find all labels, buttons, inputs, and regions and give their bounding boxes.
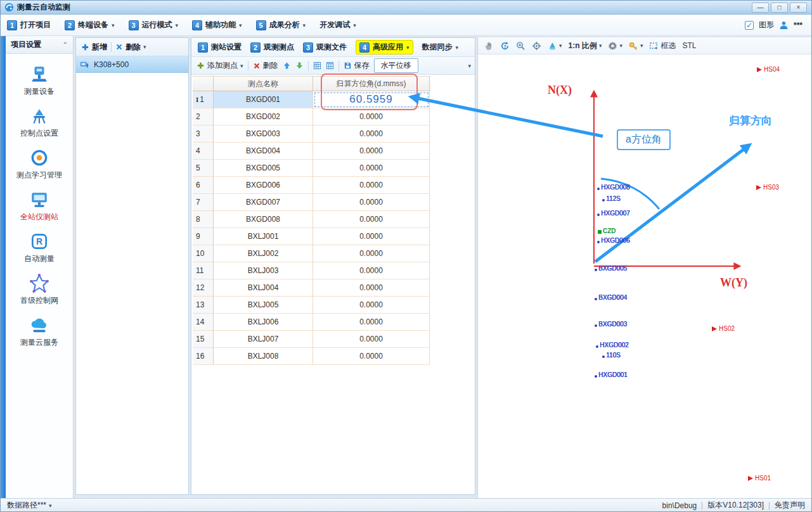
azimuth-value-cell[interactable]: 0.0000 <box>313 125 430 143</box>
close-button[interactable]: × <box>790 3 807 13</box>
table-row[interactable]: 7BXGD0070.0000 <box>193 194 430 211</box>
table-row[interactable]: 9BXLJ0010.0000 <box>193 228 430 245</box>
delete-point-button[interactable]: 删除 <box>253 60 278 71</box>
point-name-cell[interactable]: BXLJ003 <box>214 262 313 279</box>
azimuth-value-cell[interactable]: 0.0000 <box>313 108 430 125</box>
column-header-azimuth[interactable]: 归算方位角(d.mmss) <box>313 77 430 91</box>
azimuth-value-cell[interactable]: 0.0000 <box>313 262 430 279</box>
tab-观测测点[interactable]: 2观测测点 <box>250 42 294 53</box>
table-row[interactable]: 1BXGD00160.5959 <box>193 91 430 108</box>
add-point-button[interactable]: 添加测点 ▾ <box>197 60 243 71</box>
table-row[interactable]: 5BXGD0050.0000 <box>193 160 430 177</box>
point-name-cell[interactable]: BXLJ006 <box>214 314 313 331</box>
tab-数据同步[interactable]: 数据同步▾ <box>422 42 459 53</box>
table-row[interactable]: 6BXGD0060.0000 <box>193 177 430 194</box>
collapse-icon[interactable]: ⌃ <box>63 41 68 48</box>
azimuth-value-cell[interactable]: 0.0000 <box>313 160 430 177</box>
table-row[interactable]: 3BXGD0030.0000 <box>193 125 430 143</box>
point-name-cell[interactable]: BXGD001 <box>214 91 313 108</box>
sidebar-item-自动测量[interactable]: R自动测量 <box>6 227 73 269</box>
box-select-button[interactable]: 框选 <box>649 41 676 51</box>
table-row[interactable]: 10BXLJ0020.0000 <box>193 245 430 262</box>
point-name-cell[interactable]: BXGD008 <box>214 211 313 228</box>
azimuth-value-cell[interactable]: 0.0000 <box>313 143 430 160</box>
point-name-cell[interactable]: BXLJ005 <box>214 297 313 314</box>
point-name-cell[interactable]: BXLJ001 <box>214 228 313 245</box>
table-row[interactable]: 12BXLJ0040.0000 <box>193 279 430 297</box>
point-name-cell[interactable]: BXGD004 <box>214 143 313 160</box>
point-name-cell[interactable]: BXLJ004 <box>214 279 313 297</box>
azimuth-value-cell[interactable]: 0.0000 <box>313 245 430 262</box>
azimuth-value-cell[interactable]: 0.0000 <box>313 194 430 211</box>
azimuth-value-cell[interactable]: 0.0000 <box>313 211 430 228</box>
sidebar-item-全站仪测站[interactable]: 全站仪测站 <box>6 186 73 227</box>
azimuth-value-cell[interactable]: 0.0000 <box>313 279 430 297</box>
add-station-button[interactable]: 新增 <box>81 42 107 53</box>
graphics-canvas[interactable]: N(X) W(Y) 归算方向 a方位角 HXGD008112SHXGD007HX… <box>478 54 812 497</box>
mode-select[interactable]: 水平位移 <box>374 58 418 73</box>
azimuth-value-cell[interactable]: 60.5959 <box>313 91 430 108</box>
refresh-view-icon[interactable]: ? <box>500 41 510 51</box>
table-row[interactable]: 13BXLJ0050.0000 <box>193 297 430 314</box>
tab-高级应用[interactable]: 4高级应用▾ <box>356 40 413 54</box>
menu-item-辅助功能[interactable]: 4辅助功能▾ <box>192 20 242 30</box>
stl-button[interactable]: STL <box>682 41 696 50</box>
sidebar-header[interactable]: 项目设置 ⌃ <box>6 36 73 54</box>
tab-观测文件[interactable]: 3观测文件 <box>303 42 347 53</box>
point-name-cell[interactable]: BXGD002 <box>214 108 313 125</box>
sidebar-item-首级控制网[interactable]: 首级控制网 <box>6 269 73 311</box>
sidebar-item-测量设备[interactable]: 测量设备 <box>6 60 73 102</box>
toolbar-overflow-dropdown[interactable]: ▾ <box>468 63 471 69</box>
save-button[interactable]: 保存 <box>344 60 370 71</box>
azimuth-value-cell[interactable]: 0.0000 <box>313 228 430 245</box>
grid-view-alt-button[interactable] <box>326 61 334 70</box>
column-header-point-name[interactable]: 测点名称 <box>214 77 313 91</box>
station-list-item[interactable]: K308+500 <box>76 56 188 73</box>
table-row[interactable]: 4BXGD0040.0000 <box>193 143 430 160</box>
sidebar-item-控制点设置[interactable]: 控制点设置 <box>6 102 73 144</box>
point-name-cell[interactable]: BXLJ002 <box>214 245 313 262</box>
settings-gear-icon[interactable]: ▾ <box>608 41 622 51</box>
move-down-button[interactable] <box>295 61 304 70</box>
sidebar-item-测点学习管理[interactable]: 测点学习管理 <box>6 144 73 186</box>
point-name-cell[interactable]: BXGD007 <box>214 194 313 211</box>
azimuth-value-cell[interactable]: 0.0000 <box>313 331 430 348</box>
data-path-button[interactable]: 数据路径*** ▾ <box>7 500 52 511</box>
tab-测站设置[interactable]: 1测站设置 <box>198 42 242 53</box>
zoom-icon[interactable] <box>516 41 525 51</box>
sidebar-item-测量云服务[interactable]: 测量云服务 <box>6 311 73 353</box>
key-icon[interactable]: ▾ <box>629 41 643 51</box>
azimuth-value-cell[interactable]: 0.0000 <box>313 297 430 314</box>
maximize-button[interactable]: □ <box>771 3 788 13</box>
point-name-cell[interactable]: BXLJ007 <box>214 331 313 348</box>
menu-item-终端设备[interactable]: 2终端设备▾ <box>65 20 115 30</box>
pan-icon[interactable] <box>484 41 494 51</box>
delete-station-button[interactable]: 删除 ▾ <box>115 42 146 53</box>
azimuth-value-cell[interactable]: 0.0000 <box>313 314 430 331</box>
point-name-cell[interactable]: BXGD003 <box>214 125 313 143</box>
azimuth-value-cell[interactable]: 0.0000 <box>313 348 430 365</box>
view3d-icon[interactable]: ▾ <box>548 41 562 51</box>
point-name-cell[interactable]: BXLJ008 <box>214 348 313 365</box>
move-up-button[interactable] <box>283 61 291 70</box>
graphics-checkbox[interactable]: ✓ <box>745 21 754 30</box>
center-icon[interactable] <box>532 41 541 51</box>
table-row[interactable]: 8BXGD0080.0000 <box>193 211 430 228</box>
menu-item-运行模式[interactable]: 3运行模式▾ <box>129 20 179 30</box>
grid-view-button[interactable] <box>313 61 321 70</box>
disclaimer-link[interactable]: 免责声明 <box>775 500 805 511</box>
table-row[interactable]: 14BXLJ0060.0000 <box>193 314 430 331</box>
point-name-cell[interactable]: BXGD005 <box>214 160 313 177</box>
minimize-button[interactable]: — <box>752 3 769 13</box>
point-name-cell[interactable]: BXGD006 <box>214 177 313 194</box>
table-row[interactable]: 15BXLJ0070.0000 <box>193 331 430 348</box>
table-row[interactable]: 16BXLJ0080.0000 <box>193 348 430 365</box>
menu-item-打开项目[interactable]: 1打开项目 <box>7 20 51 30</box>
table-row[interactable]: 11BXLJ0030.0000 <box>193 262 430 279</box>
scale-control[interactable]: 1:n 比例 ▾ <box>569 41 602 51</box>
menu-item-开发调试[interactable]: 开发调试▾ <box>319 20 356 30</box>
azimuth-value-cell[interactable]: 0.0000 <box>313 177 430 194</box>
table-row[interactable]: 2BXGD0020.0000 <box>193 108 430 125</box>
menu-item-成果分析[interactable]: 5成果分析▾ <box>256 20 306 30</box>
user-icon[interactable] <box>779 20 789 30</box>
